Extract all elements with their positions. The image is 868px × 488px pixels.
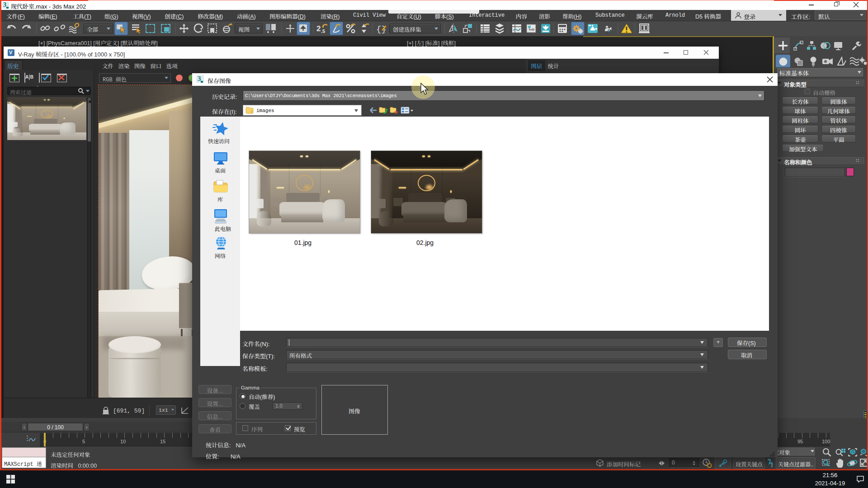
svg-text:.5: .5 (321, 28, 325, 34)
svg-text:2: 2 (316, 24, 321, 33)
